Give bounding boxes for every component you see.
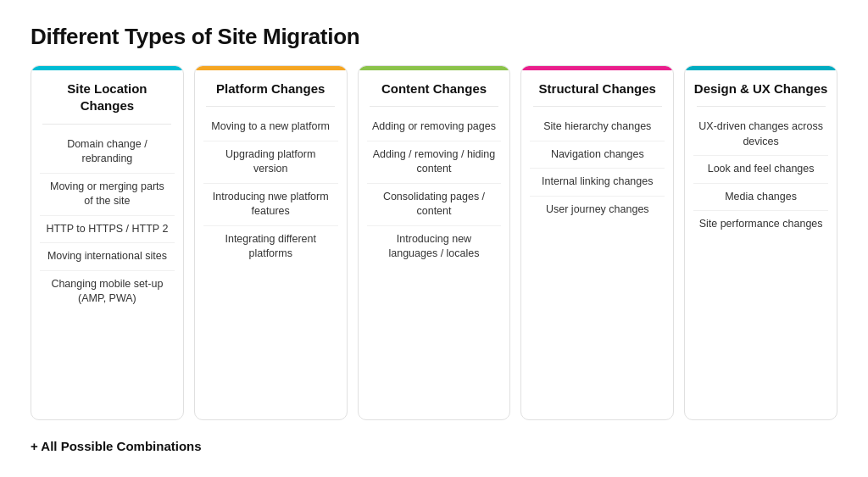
card-item: Consolidating pages / content [367, 183, 502, 225]
card-divider-structural [533, 106, 662, 107]
card-site-location: Site Location ChangesDomain change / reb… [31, 65, 184, 420]
card-header-platform: Platform Changes [208, 70, 333, 106]
card-items-platform: Moving to a new platformUpgrading platfo… [195, 114, 347, 268]
card-item: Navigation changes [530, 141, 665, 169]
card-item: Moving international sites [40, 242, 175, 270]
card-items-design-ux: UX-driven changes across devicesLook and… [685, 114, 837, 238]
card-item: Introducing nwe platform features [203, 183, 338, 225]
card-item: Upgrading platform version [203, 141, 338, 183]
card-design-ux: Design & UX ChangesUX-driven changes acr… [684, 65, 837, 420]
card-item: Internal linking changes [530, 168, 665, 196]
footer-text: + All Possible Combinations [31, 439, 837, 453]
card-divider-site-location [42, 124, 171, 125]
card-structural: Structural ChangesSite hierarchy changes… [520, 65, 674, 420]
card-content: Content ChangesAdding or removing pagesA… [358, 65, 511, 420]
card-items-structural: Site hierarchy changesNavigation changes… [521, 114, 673, 223]
card-item: HTTP to HTTPS / HTTP 2 [40, 215, 175, 243]
card-item: Domain change / rebranding [40, 131, 175, 173]
card-item: Moving to a new platform [203, 114, 338, 141]
card-divider-content [370, 106, 498, 107]
card-divider-design-ux [697, 106, 826, 107]
card-item: User journey changes [530, 196, 665, 224]
card-item: Changing mobile set-up (AMP, PWA) [40, 270, 175, 313]
card-item: Site performance changes [693, 210, 828, 238]
card-items-content: Adding or removing pagesAdding / removin… [359, 114, 510, 268]
card-item: Moving or merging parts of the site [40, 173, 175, 215]
card-item: Look and feel changes [693, 155, 828, 183]
card-divider-platform [206, 106, 335, 107]
cards-row: Site Location ChangesDomain change / reb… [31, 65, 837, 420]
card-header-structural: Structural Changes [531, 70, 665, 106]
card-item: Introducing new languages / locales [367, 225, 502, 268]
card-item: Integrating different platforms [203, 225, 338, 268]
card-header-design-ux: Design & UX Changes [686, 70, 837, 106]
card-item: Adding or removing pages [367, 114, 502, 141]
card-item: UX-driven changes across devices [693, 114, 828, 155]
card-items-site-location: Domain change / rebrandingMoving or merg… [31, 131, 183, 313]
page-wrapper: Different Types of Site Migration Site L… [0, 0, 868, 477]
card-header-site-location: Site Location Changes [31, 70, 183, 124]
card-item: Adding / removing / hiding content [367, 141, 502, 183]
page-title: Different Types of Site Migration [31, 24, 837, 50]
card-header-content: Content Changes [373, 70, 495, 106]
card-platform: Platform ChangesMoving to a new platform… [194, 65, 348, 420]
card-item: Media changes [693, 183, 828, 211]
card-item: Site hierarchy changes [530, 114, 665, 141]
